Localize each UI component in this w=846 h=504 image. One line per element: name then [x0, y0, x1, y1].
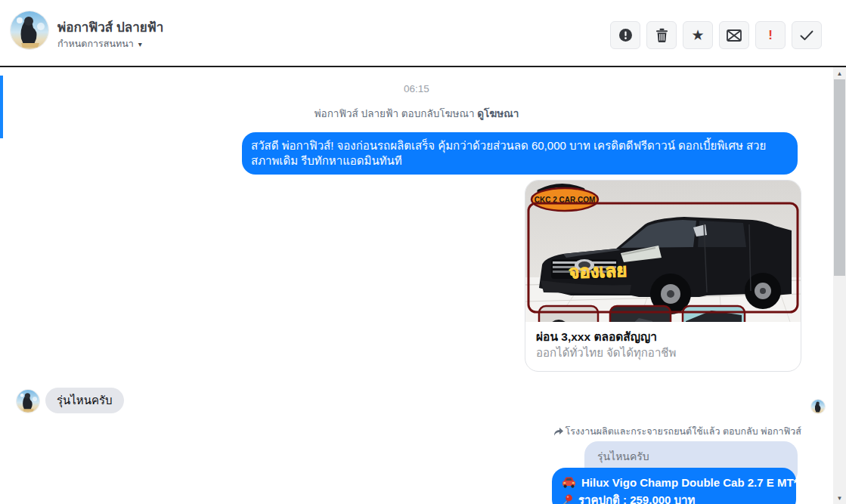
vehicle-card-title: ผ่อน 3,xxx ตลอดสัญญา [536, 329, 790, 345]
report-button[interactable] [610, 21, 640, 49]
pushpin-emoji-icon [562, 494, 573, 504]
incoming-message-bubble[interactable]: รุ่นไหนครับ [45, 388, 124, 413]
check-icon [800, 30, 813, 41]
messenger-conversation-window: พ่อกาฟิวส์ ปลายฟ้า กำหนดการสนทนา ▾ [0, 0, 846, 504]
star-icon: ★ [691, 28, 704, 42]
reply-context-text: โรงงานผลิตและกระจายรถยนต์ใช้แล้ว ตอบกลับ… [566, 424, 802, 439]
outgoing-message-greeting[interactable]: สวัสดี พ่อกาฟิวส์! จองก่อนรถผลิตเสร็จ คุ… [242, 132, 798, 175]
photo-thumbnails [539, 306, 745, 322]
conversation-schedule-label: กำหนดการสนทนา [57, 36, 134, 51]
scrollbar-down-arrow[interactable]: ▼ [833, 492, 846, 504]
scrollbar-thumb[interactable] [834, 79, 845, 276]
exclamation-icon: ! [768, 28, 773, 43]
car-emoji-icon [562, 477, 576, 488]
booked-overlay-text: จองเลย [569, 260, 628, 283]
mark-unread-button[interactable] [719, 21, 749, 49]
conversation-actions-toolbar: ★ ! [610, 21, 822, 49]
chat-scrollbar[interactable]: ▲ ▼ [833, 67, 846, 504]
system-message-text: พ่อกาฟิวส์ ปลายฟ้า ตอบกลับโฆษณา [315, 108, 478, 119]
envelope-x-icon [727, 29, 742, 42]
incoming-message-avatar[interactable] [17, 390, 39, 413]
vehicle-model-row: Hilux Vigo Champ Double Cab 2.7 E MT* [562, 474, 786, 491]
conversation-timestamp: 06:15 [0, 83, 833, 94]
conversation-schedule-dropdown[interactable]: กำหนดการสนทนา ▾ [57, 36, 142, 51]
chevron-down-icon: ▾ [138, 40, 142, 48]
message-thread: 06:15 พ่อกาฟิวส์ ปลายฟ้า ตอบกลับโฆษณา ดู… [0, 67, 833, 504]
star-button[interactable]: ★ [683, 21, 713, 49]
mark-important-button[interactable]: ! [755, 21, 786, 49]
mark-done-button[interactable] [792, 21, 822, 49]
contact-name: พ่อกาฟิวส์ ปลายฟ้า [57, 17, 163, 37]
view-ad-link[interactable]: ดูโฆษณา [477, 108, 519, 119]
seen-indicator-avatar [811, 400, 825, 413]
outgoing-message-vehicle-info[interactable]: Hilux Vigo Champ Double Cab 2.7 E MT* รา… [552, 468, 796, 504]
vehicle-model-text: Hilux Vigo Champ Double Cab 2.7 E MT* [581, 474, 798, 491]
vehicle-card-body: ผ่อน 3,xxx ตลอดสัญญา ออกได้ทั่วไทย จัดได… [525, 322, 801, 371]
avatar-illustration [11, 11, 48, 49]
trash-icon [655, 28, 668, 42]
vehicle-photo: CKC 2 CAR.COM จองเลย J090 [525, 181, 801, 322]
contact-avatar[interactable] [11, 11, 48, 49]
reply-arrow-icon [553, 428, 563, 436]
vehicle-price-row: ราคปกติ : 259,000 บาท [562, 491, 786, 504]
delete-button[interactable] [646, 21, 677, 49]
avatar-illustration [811, 400, 825, 413]
scrollbar-up-arrow[interactable]: ▲ [833, 67, 846, 79]
avatar-illustration [17, 390, 39, 413]
reply-context: โรงงานผลิตและกระจายรถยนต์ใช้แล้ว ตอบกลับ… [553, 424, 802, 439]
vehicle-price-text: ราคปกติ : 259,000 บาท [578, 491, 695, 504]
vehicle-ad-card[interactable]: CKC 2 CAR.COM จองเลย J090 [525, 180, 801, 372]
conversation-header: พ่อกาฟิวส์ ปลายฟ้า กำหนดการสนทนา ▾ [0, 0, 846, 66]
report-circle-icon [618, 28, 633, 42]
vehicle-card-subtitle: ออกได้ทั่วไทย จัดได้ทุกอาชีพ [536, 345, 790, 360]
ad-reply-system-message: พ่อกาฟิวส์ ปลายฟ้า ตอบกลับโฆษณา ดูโฆษณา [0, 105, 833, 122]
